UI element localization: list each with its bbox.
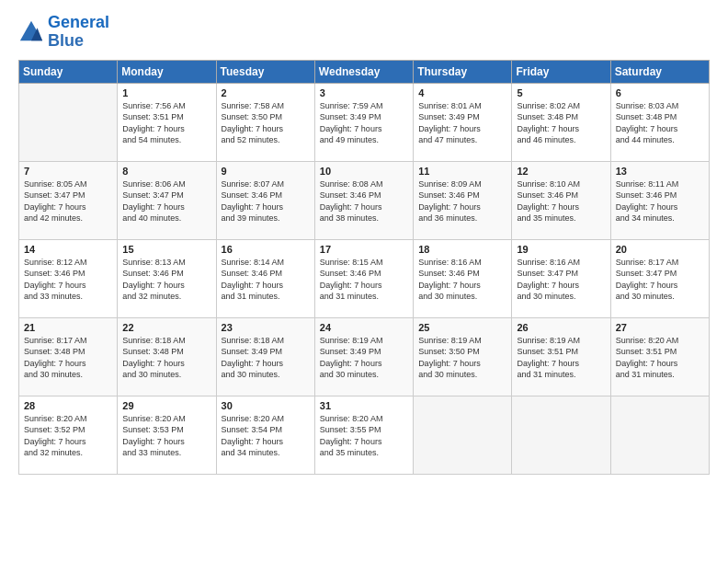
logo-icon bbox=[18, 19, 44, 45]
sunset-text: Sunset: 3:46 PM bbox=[616, 190, 677, 200]
sunset-text: Sunset: 3:48 PM bbox=[616, 112, 677, 121]
daylight-line2: and 30 minutes. bbox=[122, 370, 181, 379]
daylight-line2: and 32 minutes. bbox=[24, 448, 83, 457]
day-info: Sunrise: 8:19 AMSunset: 3:51 PMDaylight:… bbox=[517, 335, 605, 381]
sunrise-text: Sunrise: 8:20 AM bbox=[320, 414, 383, 423]
calendar-day-cell: 4Sunrise: 8:01 AMSunset: 3:49 PMDaylight… bbox=[414, 83, 512, 161]
day-info: Sunrise: 8:20 AMSunset: 3:53 PMDaylight:… bbox=[122, 413, 210, 459]
day-number: 11 bbox=[418, 166, 506, 177]
day-info: Sunrise: 8:16 AMSunset: 3:47 PMDaylight:… bbox=[517, 257, 605, 303]
daylight-line2: and 32 minutes. bbox=[122, 292, 181, 301]
daylight-line1: Daylight: 7 hours bbox=[122, 359, 185, 368]
day-number: 30 bbox=[222, 400, 310, 411]
day-number: 10 bbox=[320, 166, 408, 177]
daylight-line2: and 42 minutes. bbox=[24, 213, 83, 223]
daylight-line2: and 30 minutes. bbox=[517, 292, 575, 301]
sunset-text: Sunset: 3:46 PM bbox=[320, 269, 381, 278]
sunset-text: Sunset: 3:46 PM bbox=[517, 190, 578, 200]
daylight-line2: and 40 minutes. bbox=[122, 213, 181, 223]
daylight-line2: and 33 minutes. bbox=[122, 448, 181, 457]
day-number: 31 bbox=[320, 400, 408, 411]
daylight-line1: Daylight: 7 hours bbox=[320, 281, 382, 290]
sunset-text: Sunset: 3:50 PM bbox=[222, 112, 283, 121]
day-info: Sunrise: 8:01 AMSunset: 3:49 PMDaylight:… bbox=[418, 100, 506, 146]
sunrise-text: Sunrise: 8:03 AM bbox=[616, 101, 679, 110]
calendar-day-cell: 13Sunrise: 8:11 AMSunset: 3:46 PMDayligh… bbox=[610, 161, 709, 239]
day-info: Sunrise: 8:18 AMSunset: 3:48 PMDaylight:… bbox=[122, 335, 210, 381]
day-number: 16 bbox=[222, 244, 310, 255]
day-info: Sunrise: 8:17 AMSunset: 3:48 PMDaylight:… bbox=[24, 335, 112, 381]
day-number: 27 bbox=[616, 322, 704, 333]
daylight-line1: Daylight: 7 hours bbox=[418, 202, 481, 212]
sunrise-text: Sunrise: 8:09 AM bbox=[418, 179, 482, 189]
day-number: 8 bbox=[122, 166, 210, 177]
sunset-text: Sunset: 3:48 PM bbox=[24, 347, 85, 356]
sunrise-text: Sunrise: 8:06 AM bbox=[122, 179, 186, 189]
day-number: 1 bbox=[122, 87, 210, 98]
day-number: 5 bbox=[517, 87, 605, 98]
daylight-line1: Daylight: 7 hours bbox=[24, 359, 86, 368]
daylight-line1: Daylight: 7 hours bbox=[222, 124, 284, 133]
daylight-line1: Daylight: 7 hours bbox=[418, 359, 481, 368]
daylight-line2: and 30 minutes. bbox=[320, 370, 379, 379]
day-number: 19 bbox=[517, 244, 605, 255]
day-number: 9 bbox=[222, 166, 310, 177]
sunrise-text: Sunrise: 8:12 AM bbox=[24, 258, 87, 267]
day-info: Sunrise: 8:18 AMSunset: 3:49 PMDaylight:… bbox=[222, 335, 310, 381]
calendar-day-cell: 26Sunrise: 8:19 AMSunset: 3:51 PMDayligh… bbox=[512, 317, 610, 396]
header-thursday: Thursday bbox=[414, 60, 512, 83]
sunset-text: Sunset: 3:51 PM bbox=[616, 347, 677, 356]
calendar-day-cell: 19Sunrise: 8:16 AMSunset: 3:47 PMDayligh… bbox=[512, 239, 610, 317]
day-info: Sunrise: 8:13 AMSunset: 3:46 PMDaylight:… bbox=[122, 257, 210, 303]
sunrise-text: Sunrise: 7:59 AM bbox=[320, 101, 383, 110]
calendar-day-cell: 18Sunrise: 8:16 AMSunset: 3:46 PMDayligh… bbox=[414, 239, 512, 317]
day-info: Sunrise: 8:11 AMSunset: 3:46 PMDaylight:… bbox=[616, 178, 704, 224]
sunset-text: Sunset: 3:46 PM bbox=[320, 190, 381, 200]
daylight-line2: and 39 minutes. bbox=[222, 213, 280, 223]
sunrise-text: Sunrise: 8:08 AM bbox=[320, 179, 383, 189]
daylight-line1: Daylight: 7 hours bbox=[320, 437, 382, 446]
calendar-day-cell: 3Sunrise: 7:59 AMSunset: 3:49 PMDaylight… bbox=[314, 83, 413, 161]
day-info: Sunrise: 8:20 AMSunset: 3:54 PMDaylight:… bbox=[222, 413, 310, 459]
calendar-day-cell: 14Sunrise: 8:12 AMSunset: 3:46 PMDayligh… bbox=[19, 239, 118, 317]
daylight-line2: and 46 minutes. bbox=[517, 135, 575, 144]
calendar-day-cell: 29Sunrise: 8:20 AMSunset: 3:53 PMDayligh… bbox=[118, 396, 216, 474]
daylight-line2: and 30 minutes. bbox=[616, 292, 675, 301]
sunrise-text: Sunrise: 7:56 AM bbox=[122, 101, 186, 110]
day-info: Sunrise: 8:19 AMSunset: 3:49 PMDaylight:… bbox=[320, 335, 408, 381]
sunset-text: Sunset: 3:48 PM bbox=[122, 347, 184, 356]
day-info: Sunrise: 8:07 AMSunset: 3:46 PMDaylight:… bbox=[222, 178, 310, 224]
sunrise-text: Sunrise: 8:15 AM bbox=[320, 258, 383, 267]
calendar-day-cell: 31Sunrise: 8:20 AMSunset: 3:55 PMDayligh… bbox=[314, 396, 413, 474]
sunset-text: Sunset: 3:55 PM bbox=[320, 425, 381, 434]
day-number: 3 bbox=[320, 87, 408, 98]
daylight-line2: and 30 minutes. bbox=[222, 370, 280, 379]
calendar-day-cell: 20Sunrise: 8:17 AMSunset: 3:47 PMDayligh… bbox=[610, 239, 709, 317]
daylight-line2: and 30 minutes. bbox=[418, 292, 477, 301]
sunrise-text: Sunrise: 7:58 AM bbox=[222, 101, 285, 110]
day-info: Sunrise: 8:20 AMSunset: 3:55 PMDaylight:… bbox=[320, 413, 408, 459]
daylight-line2: and 31 minutes. bbox=[616, 370, 675, 379]
sunrise-text: Sunrise: 8:20 AM bbox=[222, 414, 285, 423]
calendar-week-row: 14Sunrise: 8:12 AMSunset: 3:46 PMDayligh… bbox=[19, 239, 710, 317]
sunrise-text: Sunrise: 8:13 AM bbox=[122, 258, 186, 267]
daylight-line1: Daylight: 7 hours bbox=[222, 359, 284, 368]
sunset-text: Sunset: 3:49 PM bbox=[320, 347, 381, 356]
calendar-day-cell: 16Sunrise: 8:14 AMSunset: 3:46 PMDayligh… bbox=[216, 239, 314, 317]
sunset-text: Sunset: 3:46 PM bbox=[24, 269, 85, 278]
day-number: 24 bbox=[320, 322, 408, 333]
sunrise-text: Sunrise: 8:14 AM bbox=[222, 258, 285, 267]
daylight-line1: Daylight: 7 hours bbox=[222, 437, 284, 446]
calendar-day-cell: 10Sunrise: 8:08 AMSunset: 3:46 PMDayligh… bbox=[314, 161, 413, 239]
sunrise-text: Sunrise: 8:19 AM bbox=[320, 336, 383, 345]
daylight-line2: and 47 minutes. bbox=[418, 135, 477, 144]
sunrise-text: Sunrise: 8:19 AM bbox=[517, 336, 580, 345]
sunrise-text: Sunrise: 8:16 AM bbox=[418, 258, 482, 267]
sunset-text: Sunset: 3:46 PM bbox=[222, 190, 283, 200]
daylight-line1: Daylight: 7 hours bbox=[24, 437, 86, 446]
header-wednesday: Wednesday bbox=[314, 60, 413, 83]
page: General Blue SundayMondayTuesdayWednesda… bbox=[0, 0, 728, 563]
calendar-day-cell: 25Sunrise: 8:19 AMSunset: 3:50 PMDayligh… bbox=[414, 317, 512, 396]
daylight-line1: Daylight: 7 hours bbox=[24, 281, 86, 290]
header: General Blue bbox=[18, 14, 710, 51]
